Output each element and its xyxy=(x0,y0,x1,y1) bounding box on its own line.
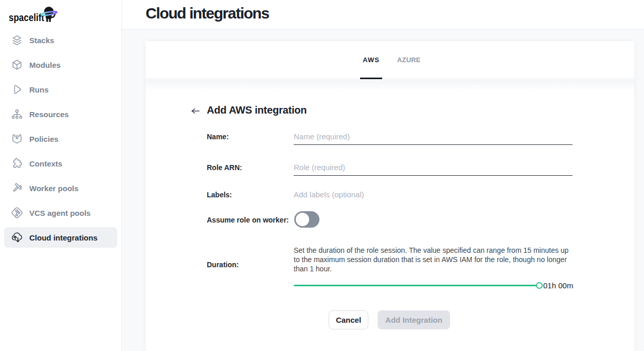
svg-text:spacelift: spacelift xyxy=(9,12,44,23)
